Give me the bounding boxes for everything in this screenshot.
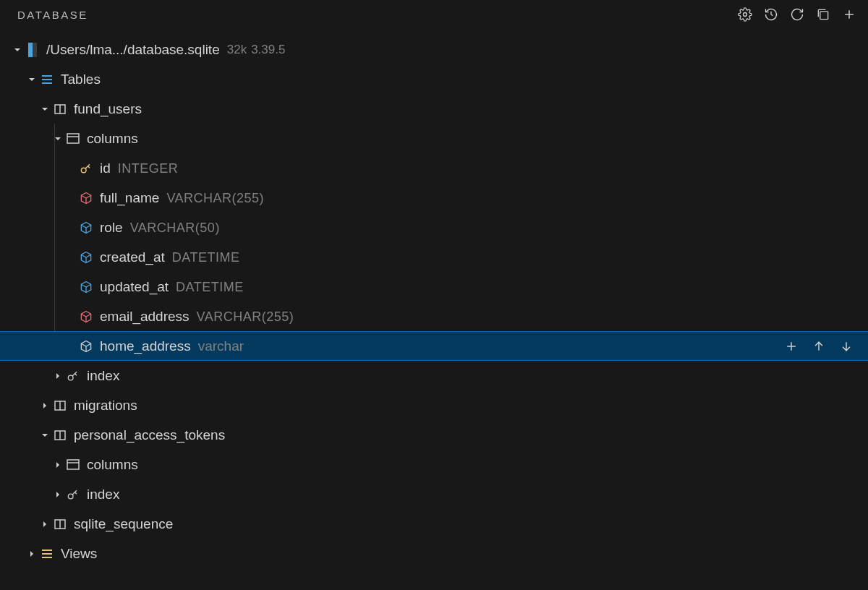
panel-title: DATABASE bbox=[17, 9, 88, 21]
chevron-right-icon bbox=[38, 518, 52, 530]
database-path: /Users/lma.../database.sqlite bbox=[46, 43, 220, 56]
chevron-down-icon bbox=[10, 44, 25, 56]
tree-item-column-selected[interactable]: home_address varchar bbox=[0, 331, 868, 361]
tree-item-table-sqlite_sequence[interactable]: sqlite_sequence bbox=[0, 509, 868, 539]
chevron-down-icon bbox=[51, 133, 65, 145]
column-type: DATETIME bbox=[172, 251, 240, 264]
chevron-right-icon bbox=[51, 489, 65, 500]
table-name: sqlite_sequence bbox=[74, 517, 173, 531]
header-actions bbox=[738, 7, 856, 22]
chevron-right-icon bbox=[51, 370, 65, 382]
arrow-up-icon[interactable] bbox=[812, 339, 826, 354]
table-icon bbox=[52, 429, 68, 442]
tree-item-index[interactable]: index bbox=[0, 361, 868, 390]
index-label: index bbox=[87, 487, 119, 501]
tree-item-table-pat[interactable]: personal_access_tokens bbox=[0, 420, 868, 450]
chevron-down-icon bbox=[38, 103, 52, 115]
tree: /Users/lma.../database.sqlite 32k 3.39.5… bbox=[0, 27, 868, 590]
chevron-right-icon bbox=[51, 459, 65, 471]
columns-icon bbox=[65, 459, 81, 470]
tree-item-index[interactable]: index bbox=[0, 479, 868, 509]
tree-item-column[interactable]: created_at DATETIME bbox=[0, 242, 868, 272]
tree-item-column[interactable]: role VARCHAR(50) bbox=[0, 213, 868, 242]
table-icon bbox=[52, 518, 68, 531]
chevron-right-icon bbox=[25, 548, 39, 560]
new-window-icon[interactable] bbox=[816, 7, 830, 22]
tree-item-column[interactable]: email_address VARCHAR(255) bbox=[0, 302, 868, 331]
tree-item-table-fund_users[interactable]: fund_users bbox=[0, 94, 868, 124]
column-type: INTEGER bbox=[118, 162, 179, 175]
cube-icon bbox=[78, 250, 94, 265]
column-type: VARCHAR(50) bbox=[130, 221, 220, 234]
column-name: created_at bbox=[100, 250, 165, 264]
gear-icon[interactable] bbox=[738, 7, 752, 22]
cube-icon bbox=[78, 191, 94, 205]
tree-item-column[interactable]: full_name VARCHAR(255) bbox=[0, 183, 868, 213]
table-name: personal_access_tokens bbox=[74, 428, 225, 442]
database-size: 32k bbox=[227, 43, 247, 56]
svg-rect-1 bbox=[820, 12, 828, 20]
history-icon[interactable] bbox=[764, 7, 778, 22]
arrow-down-icon[interactable] bbox=[839, 339, 854, 354]
tree-item-tables[interactable]: Tables bbox=[0, 64, 868, 94]
chevron-down-icon bbox=[25, 74, 39, 85]
key-icon bbox=[65, 487, 81, 502]
row-actions bbox=[784, 339, 854, 354]
column-name: full_name bbox=[100, 191, 159, 205]
column-type: VARCHAR(255) bbox=[197, 310, 294, 323]
column-type: DATETIME bbox=[176, 281, 244, 294]
tree-item-table-migrations[interactable]: migrations bbox=[0, 390, 868, 420]
cube-icon bbox=[78, 339, 94, 354]
plus-icon[interactable] bbox=[784, 339, 799, 354]
tree-item-column[interactable]: id INTEGER bbox=[0, 153, 868, 183]
index-label: index bbox=[87, 369, 119, 382]
svg-point-4 bbox=[81, 168, 86, 173]
plus-icon[interactable] bbox=[842, 7, 856, 22]
tree-item-column[interactable]: updated_at DATETIME bbox=[0, 272, 868, 302]
column-name: home_address bbox=[100, 339, 191, 353]
tables-icon bbox=[39, 73, 55, 86]
svg-rect-3 bbox=[67, 134, 79, 143]
cube-icon bbox=[78, 309, 94, 324]
database-panel: DATABASE bbox=[0, 0, 868, 590]
database-version: 3.39.5 bbox=[251, 43, 285, 56]
tree-item-columns[interactable]: columns bbox=[0, 124, 868, 153]
key-icon bbox=[65, 369, 81, 383]
svg-rect-8 bbox=[67, 460, 79, 469]
tables-label: Tables bbox=[61, 72, 101, 86]
column-name: email_address bbox=[100, 309, 190, 323]
table-name: migrations bbox=[74, 398, 137, 412]
key-icon bbox=[78, 161, 94, 176]
column-name: role bbox=[100, 221, 123, 234]
database-icon bbox=[25, 43, 41, 57]
svg-point-9 bbox=[68, 494, 73, 499]
views-icon bbox=[39, 547, 55, 560]
svg-point-0 bbox=[744, 13, 747, 17]
cube-icon bbox=[78, 221, 94, 235]
column-type: VARCHAR(255) bbox=[166, 192, 264, 205]
table-icon bbox=[52, 399, 68, 412]
cube-icon bbox=[78, 280, 94, 294]
views-label: Views bbox=[61, 547, 97, 560]
tree-item-columns[interactable]: columns bbox=[0, 450, 868, 479]
columns-label: columns bbox=[87, 458, 138, 471]
chevron-right-icon bbox=[38, 400, 52, 411]
column-name: id bbox=[100, 161, 111, 175]
panel-header: DATABASE bbox=[0, 0, 868, 27]
column-type: varchar bbox=[198, 339, 244, 353]
columns-icon bbox=[65, 133, 81, 144]
tree-item-views[interactable]: Views bbox=[0, 539, 868, 568]
columns-label: columns bbox=[87, 132, 138, 145]
column-name: updated_at bbox=[100, 280, 169, 294]
refresh-icon[interactable] bbox=[790, 7, 804, 22]
table-name: fund_users bbox=[74, 102, 142, 116]
chevron-down-icon bbox=[38, 429, 52, 441]
tree-item-database[interactable]: /Users/lma.../database.sqlite 32k 3.39.5 bbox=[0, 35, 868, 64]
table-icon bbox=[52, 103, 68, 116]
svg-point-5 bbox=[68, 375, 73, 380]
